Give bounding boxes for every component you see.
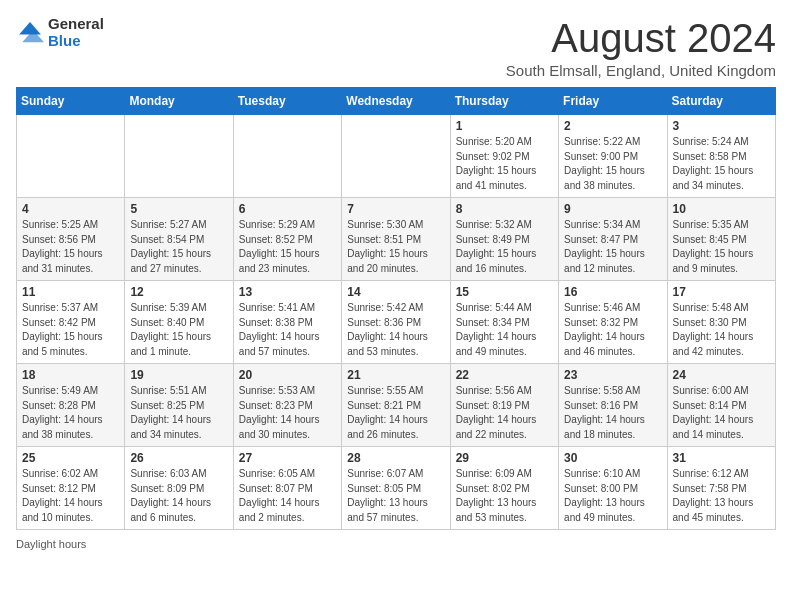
day-number: 13 [239, 285, 336, 299]
day-number: 5 [130, 202, 227, 216]
day-info: Sunrise: 5:53 AM Sunset: 8:23 PM Dayligh… [239, 384, 336, 442]
day-info: Sunrise: 5:22 AM Sunset: 9:00 PM Dayligh… [564, 135, 661, 193]
day-number: 12 [130, 285, 227, 299]
day-info: Sunrise: 5:41 AM Sunset: 8:38 PM Dayligh… [239, 301, 336, 359]
day-number: 6 [239, 202, 336, 216]
day-number: 1 [456, 119, 553, 133]
header-tuesday: Tuesday [233, 88, 341, 115]
day-info: Sunrise: 5:29 AM Sunset: 8:52 PM Dayligh… [239, 218, 336, 276]
calendar-cell: 10Sunrise: 5:35 AM Sunset: 8:45 PM Dayli… [667, 198, 775, 281]
day-info: Sunrise: 6:03 AM Sunset: 8:09 PM Dayligh… [130, 467, 227, 525]
logo-blue: Blue [48, 33, 104, 50]
calendar-cell: 30Sunrise: 6:10 AM Sunset: 8:00 PM Dayli… [559, 447, 667, 530]
calendar-cell: 15Sunrise: 5:44 AM Sunset: 8:34 PM Dayli… [450, 281, 558, 364]
day-info: Sunrise: 6:10 AM Sunset: 8:00 PM Dayligh… [564, 467, 661, 525]
calendar-week-4: 25Sunrise: 6:02 AM Sunset: 8:12 PM Dayli… [17, 447, 776, 530]
day-info: Sunrise: 5:24 AM Sunset: 8:58 PM Dayligh… [673, 135, 770, 193]
day-number: 24 [673, 368, 770, 382]
calendar-footer: Daylight hours [16, 538, 776, 550]
calendar-header-row: SundayMondayTuesdayWednesdayThursdayFrid… [17, 88, 776, 115]
day-number: 2 [564, 119, 661, 133]
day-info: Sunrise: 5:39 AM Sunset: 8:40 PM Dayligh… [130, 301, 227, 359]
day-number: 27 [239, 451, 336, 465]
logo: General Blue [16, 16, 104, 49]
calendar-cell: 28Sunrise: 6:07 AM Sunset: 8:05 PM Dayli… [342, 447, 450, 530]
day-number: 3 [673, 119, 770, 133]
header-sunday: Sunday [17, 88, 125, 115]
day-number: 8 [456, 202, 553, 216]
day-info: Sunrise: 6:09 AM Sunset: 8:02 PM Dayligh… [456, 467, 553, 525]
calendar-cell: 24Sunrise: 6:00 AM Sunset: 8:14 PM Dayli… [667, 364, 775, 447]
calendar-cell [17, 115, 125, 198]
header-wednesday: Wednesday [342, 88, 450, 115]
day-number: 16 [564, 285, 661, 299]
header-monday: Monday [125, 88, 233, 115]
day-number: 15 [456, 285, 553, 299]
day-number: 10 [673, 202, 770, 216]
calendar-cell: 9Sunrise: 5:34 AM Sunset: 8:47 PM Daylig… [559, 198, 667, 281]
day-info: Sunrise: 5:25 AM Sunset: 8:56 PM Dayligh… [22, 218, 119, 276]
calendar-cell: 6Sunrise: 5:29 AM Sunset: 8:52 PM Daylig… [233, 198, 341, 281]
calendar-cell: 1Sunrise: 5:20 AM Sunset: 9:02 PM Daylig… [450, 115, 558, 198]
day-number: 25 [22, 451, 119, 465]
day-info: Sunrise: 5:51 AM Sunset: 8:25 PM Dayligh… [130, 384, 227, 442]
calendar-cell: 20Sunrise: 5:53 AM Sunset: 8:23 PM Dayli… [233, 364, 341, 447]
day-number: 14 [347, 285, 444, 299]
day-info: Sunrise: 5:42 AM Sunset: 8:36 PM Dayligh… [347, 301, 444, 359]
day-info: Sunrise: 5:49 AM Sunset: 8:28 PM Dayligh… [22, 384, 119, 442]
day-number: 29 [456, 451, 553, 465]
day-info: Sunrise: 5:35 AM Sunset: 8:45 PM Dayligh… [673, 218, 770, 276]
day-info: Sunrise: 5:48 AM Sunset: 8:30 PM Dayligh… [673, 301, 770, 359]
location: South Elmsall, England, United Kingdom [506, 62, 776, 79]
calendar-cell: 22Sunrise: 5:56 AM Sunset: 8:19 PM Dayli… [450, 364, 558, 447]
day-number: 4 [22, 202, 119, 216]
day-info: Sunrise: 6:00 AM Sunset: 8:14 PM Dayligh… [673, 384, 770, 442]
day-number: 23 [564, 368, 661, 382]
day-info: Sunrise: 6:05 AM Sunset: 8:07 PM Dayligh… [239, 467, 336, 525]
day-number: 21 [347, 368, 444, 382]
month-title: August 2024 [506, 16, 776, 60]
day-number: 20 [239, 368, 336, 382]
day-info: Sunrise: 6:02 AM Sunset: 8:12 PM Dayligh… [22, 467, 119, 525]
daylight-label: Daylight hours [16, 538, 86, 550]
calendar-cell [233, 115, 341, 198]
calendar-cell: 19Sunrise: 5:51 AM Sunset: 8:25 PM Dayli… [125, 364, 233, 447]
day-info: Sunrise: 5:37 AM Sunset: 8:42 PM Dayligh… [22, 301, 119, 359]
day-info: Sunrise: 5:55 AM Sunset: 8:21 PM Dayligh… [347, 384, 444, 442]
logo-general: General [48, 16, 104, 33]
day-number: 17 [673, 285, 770, 299]
calendar-cell: 3Sunrise: 5:24 AM Sunset: 8:58 PM Daylig… [667, 115, 775, 198]
calendar-cell: 18Sunrise: 5:49 AM Sunset: 8:28 PM Dayli… [17, 364, 125, 447]
calendar-cell: 14Sunrise: 5:42 AM Sunset: 8:36 PM Dayli… [342, 281, 450, 364]
calendar-cell: 26Sunrise: 6:03 AM Sunset: 8:09 PM Dayli… [125, 447, 233, 530]
day-number: 22 [456, 368, 553, 382]
day-info: Sunrise: 6:12 AM Sunset: 7:58 PM Dayligh… [673, 467, 770, 525]
day-number: 31 [673, 451, 770, 465]
calendar-week-3: 18Sunrise: 5:49 AM Sunset: 8:28 PM Dayli… [17, 364, 776, 447]
day-number: 26 [130, 451, 227, 465]
calendar-week-0: 1Sunrise: 5:20 AM Sunset: 9:02 PM Daylig… [17, 115, 776, 198]
calendar-week-2: 11Sunrise: 5:37 AM Sunset: 8:42 PM Dayli… [17, 281, 776, 364]
day-info: Sunrise: 6:07 AM Sunset: 8:05 PM Dayligh… [347, 467, 444, 525]
calendar-cell [125, 115, 233, 198]
day-info: Sunrise: 5:32 AM Sunset: 8:49 PM Dayligh… [456, 218, 553, 276]
logo-text: General Blue [48, 16, 104, 49]
calendar-cell: 12Sunrise: 5:39 AM Sunset: 8:40 PM Dayli… [125, 281, 233, 364]
calendar-cell: 16Sunrise: 5:46 AM Sunset: 8:32 PM Dayli… [559, 281, 667, 364]
calendar-cell: 4Sunrise: 5:25 AM Sunset: 8:56 PM Daylig… [17, 198, 125, 281]
calendar-cell: 31Sunrise: 6:12 AM Sunset: 7:58 PM Dayli… [667, 447, 775, 530]
calendar-cell: 11Sunrise: 5:37 AM Sunset: 8:42 PM Dayli… [17, 281, 125, 364]
header-thursday: Thursday [450, 88, 558, 115]
calendar-cell: 5Sunrise: 5:27 AM Sunset: 8:54 PM Daylig… [125, 198, 233, 281]
title-block: August 2024 South Elmsall, England, Unit… [506, 16, 776, 79]
day-number: 19 [130, 368, 227, 382]
svg-marker-0 [19, 22, 41, 34]
day-info: Sunrise: 5:30 AM Sunset: 8:51 PM Dayligh… [347, 218, 444, 276]
calendar-week-1: 4Sunrise: 5:25 AM Sunset: 8:56 PM Daylig… [17, 198, 776, 281]
day-number: 11 [22, 285, 119, 299]
calendar-cell: 27Sunrise: 6:05 AM Sunset: 8:07 PM Dayli… [233, 447, 341, 530]
day-number: 30 [564, 451, 661, 465]
calendar-cell: 8Sunrise: 5:32 AM Sunset: 8:49 PM Daylig… [450, 198, 558, 281]
calendar-cell: 13Sunrise: 5:41 AM Sunset: 8:38 PM Dayli… [233, 281, 341, 364]
day-number: 18 [22, 368, 119, 382]
